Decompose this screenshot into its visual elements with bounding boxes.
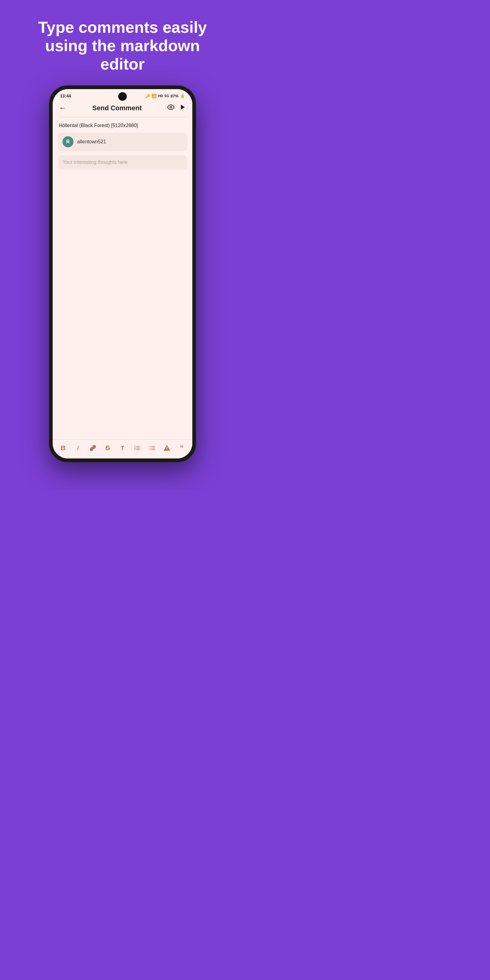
comment-area[interactable]: Your interesting thoughts here <box>57 155 188 169</box>
strikethrough-button[interactable]: S <box>103 444 113 452</box>
svg-point-14 <box>167 449 167 450</box>
status-icons: 🔑 📶 HD 5G 87% 🔋 <box>145 94 185 98</box>
hero-line1: Type comments easily <box>38 18 207 36</box>
hero-text: Type comments easily using the markdown … <box>20 0 225 86</box>
hero-line3: editor <box>100 55 145 73</box>
svg-point-12 <box>150 448 150 449</box>
svg-point-11 <box>150 446 150 447</box>
comment-placeholder: Your interesting thoughts here <box>62 159 128 165</box>
warning-button[interactable] <box>162 445 172 452</box>
photo-title: Höllental (Black Forest) [5120x2880] <box>52 117 192 133</box>
markdown-toolbar: B I S T 1 2 3 <box>52 439 192 458</box>
camera-notch <box>118 92 127 101</box>
signal-badge: 5G <box>164 94 169 98</box>
hero-line2: using the markdown <box>45 37 200 54</box>
svg-point-13 <box>150 450 150 450</box>
bold-button[interactable]: B <box>58 444 68 452</box>
wifi-icon: 📶 <box>151 94 156 98</box>
nav-bar: ← Send Comment <box>52 100 192 117</box>
username: allentown521 <box>77 139 106 145</box>
ordered-list-button[interactable]: 1 2 3 <box>132 445 142 452</box>
hd-badge: HD <box>158 94 163 98</box>
svg-point-0 <box>170 106 172 108</box>
nav-actions <box>167 103 186 113</box>
link-button[interactable] <box>88 445 98 452</box>
quote-button[interactable]: “ <box>177 444 187 452</box>
status-time: 13:44 <box>60 94 71 98</box>
avatar: R <box>62 136 73 147</box>
battery-icon: 🔋 <box>180 94 185 98</box>
text-button[interactable]: T <box>118 445 127 452</box>
svg-text:3: 3 <box>134 449 136 451</box>
phone-frame: 13:44 🔑 📶 HD 5G 87% 🔋 ← Send Comment <box>49 86 196 462</box>
svg-marker-1 <box>181 105 185 110</box>
user-row: R allentown521 <box>57 133 188 151</box>
preview-button[interactable] <box>167 103 175 113</box>
page-title: Send Comment <box>92 104 142 112</box>
battery-text: 87% <box>170 94 178 98</box>
editor-body[interactable] <box>52 172 192 439</box>
back-button[interactable]: ← <box>59 103 67 113</box>
italic-button[interactable]: I <box>73 444 83 452</box>
key-icon: 🔑 <box>145 94 150 98</box>
send-button[interactable] <box>180 104 186 112</box>
unordered-list-button[interactable] <box>147 445 157 452</box>
phone-screen: 13:44 🔑 📶 HD 5G 87% 🔋 ← Send Comment <box>52 89 192 458</box>
